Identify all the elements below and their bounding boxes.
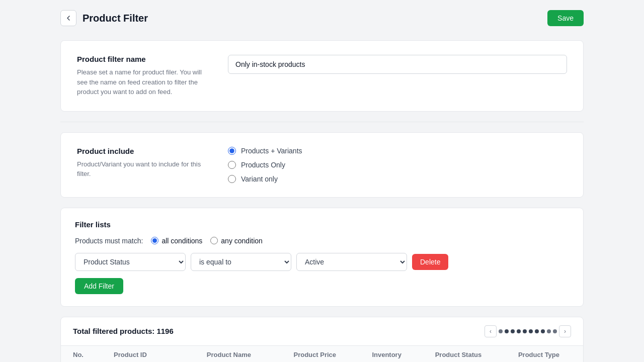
product-include-left: Product include Product/Variant you want… <box>77 147 208 179</box>
filter-name-card: Product filter name Please set a name fo… <box>60 40 584 112</box>
radio-products-only[interactable]: Products Only <box>228 161 567 169</box>
col-product-price: Product Price <box>281 346 360 363</box>
filter-lists-card: Filter lists Products must match: all co… <box>60 208 584 307</box>
pagination-dot-3 <box>511 329 515 333</box>
results-table: No. Product ID Product Name Product Pric… <box>61 346 583 363</box>
col-product-name: Product Name <box>195 346 282 363</box>
filter-name-desc: Please set a name for product filer. You… <box>77 67 208 97</box>
results-card: Total filtered products: 1196 ‹ › No. <box>60 317 584 363</box>
back-icon <box>64 14 72 22</box>
pagination-prev[interactable]: ‹ <box>485 325 497 337</box>
match-label: Products must match: <box>75 237 143 245</box>
back-button[interactable] <box>60 10 76 26</box>
match-all-label: all conditions <box>162 237 202 245</box>
col-no: No. <box>61 346 102 363</box>
radio-variant-only[interactable]: Variant only <box>228 175 567 183</box>
pagination-dot-4 <box>517 329 521 333</box>
match-any-radio[interactable] <box>210 237 218 244</box>
filter-name-right <box>228 55 567 74</box>
pagination-dot-6 <box>529 329 533 333</box>
col-inventory: Inventory <box>360 346 423 363</box>
save-button[interactable]: Save <box>547 10 584 26</box>
radio-input-products-variants[interactable] <box>228 147 236 155</box>
product-include-right: Products + Variants Products Only Varian… <box>228 147 567 183</box>
radio-input-products-only[interactable] <box>228 161 236 169</box>
pagination: ‹ › <box>485 325 571 337</box>
match-row: Products must match: all conditions any … <box>75 237 569 245</box>
filter-field-select[interactable]: Product Status Product Type Inventory Pr… <box>75 253 186 271</box>
page-title: Product Filter <box>83 13 148 24</box>
radio-products-variants[interactable]: Products + Variants <box>228 147 567 155</box>
page-header: Product Filter Save <box>60 10 584 26</box>
filter-row: Product Status Product Type Inventory Pr… <box>75 253 569 271</box>
pagination-dot-8 <box>541 329 545 333</box>
filter-name-input[interactable] <box>228 55 567 74</box>
pagination-dot-2 <box>505 329 509 333</box>
pagination-dot-1 <box>499 329 503 333</box>
radio-input-variant-only[interactable] <box>228 175 236 183</box>
match-all-conditions[interactable]: all conditions <box>151 237 202 245</box>
match-all-radio[interactable] <box>151 237 158 244</box>
col-product-id: Product ID <box>102 346 195 363</box>
results-header: Total filtered products: 1196 ‹ › <box>61 317 583 346</box>
header-left: Product Filter <box>60 10 148 26</box>
pagination-dot-5 <box>523 329 527 333</box>
table-header-row: No. Product ID Product Name Product Pric… <box>61 346 583 363</box>
match-any-label: any condition <box>221 237 263 245</box>
col-product-status: Product Status <box>423 346 506 363</box>
pagination-dot-9 <box>547 329 551 333</box>
filter-lists-title: Filter lists <box>75 220 569 229</box>
radio-label-products-only: Products Only <box>241 161 285 169</box>
filter-name-title: Product filter name <box>77 55 208 63</box>
product-include-radio-group: Products + Variants Products Only Varian… <box>228 147 567 183</box>
product-include-card: Product include Product/Variant you want… <box>60 132 584 198</box>
results-title: Total filtered products: 1196 <box>73 327 174 335</box>
pagination-dot-7 <box>535 329 539 333</box>
filter-value-select[interactable]: Active Draft Archived <box>296 253 407 271</box>
filter-name-left: Product filter name Please set a name fo… <box>77 55 208 97</box>
pagination-dot-10 <box>553 329 557 333</box>
radio-label-variant-only: Variant only <box>241 175 278 183</box>
delete-filter-button[interactable]: Delete <box>412 254 448 270</box>
add-filter-button[interactable]: Add Filter <box>75 278 123 294</box>
col-product-type: Product Type <box>506 346 583 363</box>
match-any-condition[interactable]: any condition <box>210 237 263 245</box>
radio-label-products-variants: Products + Variants <box>241 147 302 155</box>
divider-1 <box>60 122 584 122</box>
pagination-next[interactable]: › <box>559 325 571 337</box>
product-include-title: Product include <box>77 147 208 155</box>
filter-operator-select[interactable]: is equal to is not equal to contains doe… <box>191 253 291 271</box>
add-filter-row: Add Filter <box>75 278 569 294</box>
product-include-desc: Product/Variant you want to include for … <box>77 159 208 179</box>
